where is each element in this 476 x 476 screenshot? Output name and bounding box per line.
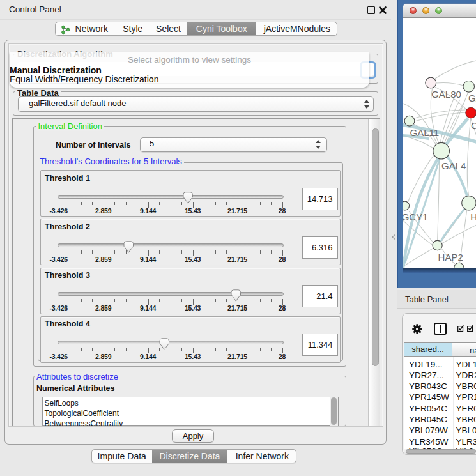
- svg-text:GAL4: GAL4: [441, 160, 466, 171]
- svg-text:GCY1: GCY1: [403, 211, 428, 222]
- svg-text:GAL11: GAL11: [410, 127, 440, 138]
- svg-text:H: H: [471, 211, 476, 222]
- svg-text:GA: GA: [468, 93, 476, 104]
- svg-text:GAL80: GAL80: [431, 89, 461, 100]
- svg-text:C: C: [471, 120, 476, 131]
- svg-text:HAP2: HAP2: [438, 252, 463, 263]
